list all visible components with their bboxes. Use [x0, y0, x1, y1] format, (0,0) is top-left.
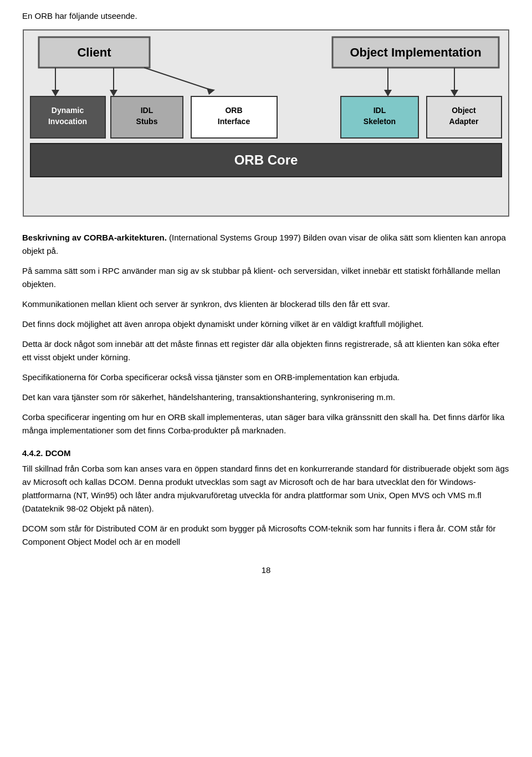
- para3: Kommunikationen mellan klient och server…: [22, 298, 510, 311]
- para2: På samma sätt som i RPC använder man sig…: [22, 264, 510, 291]
- page-number: 18: [22, 565, 510, 575]
- intro-text: En ORB har följande utseende.: [22, 11, 510, 21]
- svg-text:Dynamic: Dynamic: [52, 106, 84, 115]
- svg-text:Stubs: Stubs: [136, 117, 158, 126]
- corba-diagram: Client Object Implementation Dynamic Inv…: [22, 29, 510, 217]
- para6: Specifikationerna för Corba specificerar…: [22, 371, 510, 384]
- svg-text:ORB: ORB: [225, 106, 242, 115]
- para5: Detta är dock något som innebär att det …: [22, 337, 510, 364]
- svg-text:ORB Core: ORB Core: [234, 152, 298, 167]
- para4: Det finns dock möjlighet att även anropa…: [22, 318, 510, 331]
- svg-text:Object: Object: [452, 106, 476, 115]
- svg-text:Skeleton: Skeleton: [364, 117, 396, 126]
- para8: Corba specificerar ingenting om hur en O…: [22, 411, 510, 437]
- svg-text:IDL: IDL: [374, 106, 386, 115]
- svg-text:Adapter: Adapter: [449, 117, 479, 126]
- section-dcom: 4.4.2. DCOM: [22, 448, 510, 458]
- caption: Beskrivning av CORBA-arkitekturen. (Inte…: [22, 231, 510, 258]
- para10: DCOM som står för Distributed COM är en …: [22, 522, 510, 549]
- svg-text:Invocation: Invocation: [48, 117, 87, 126]
- svg-text:Client: Client: [77, 45, 111, 59]
- svg-text:Interface: Interface: [218, 117, 250, 126]
- svg-text:Object Implementation: Object Implementation: [350, 45, 481, 59]
- svg-text:IDL: IDL: [141, 106, 154, 115]
- para9: Till skillnad från Corba som kan anses v…: [22, 462, 510, 515]
- para7: Det kan vara tjänster som rör säkerhet, …: [22, 391, 510, 404]
